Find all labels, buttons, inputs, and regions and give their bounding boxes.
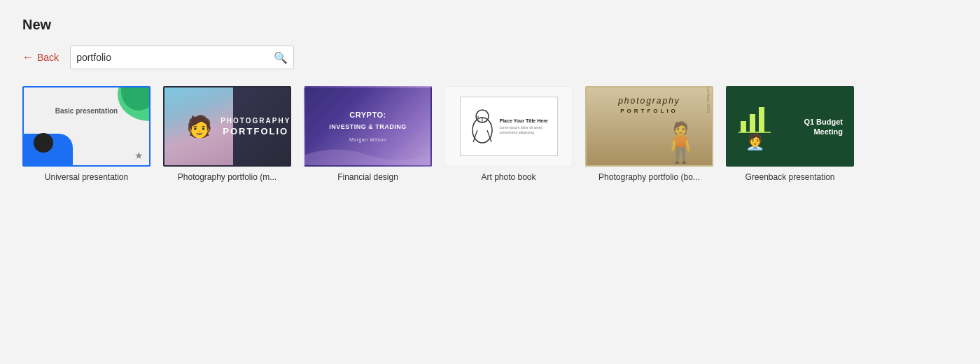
template-item-financial[interactable]: CRYPTO: INVESTING & TRADING Morgan Wilso… xyxy=(304,86,432,182)
search-row: ← Back 🔍 xyxy=(22,46,958,69)
template-thumb-artbook: Place Your Title Here Lorem ipsum dolor … xyxy=(444,86,573,167)
template-thumb-photo-portfolio-m: 🧑 PHOTOGRAPHY PORTFOLIO xyxy=(163,86,291,167)
templates-grid: Basic presentation ★ Universal presentat… xyxy=(22,86,958,182)
vertical-text: portfolio 2024 xyxy=(706,88,710,165)
template-item-photo-portfolio-bo[interactable]: 🧍 photography PORTFOLIO portfolio 2024 P… xyxy=(585,86,713,182)
chart-icon xyxy=(737,102,772,136)
photography-text: PHOTOGRAPHY xyxy=(220,117,290,125)
svg-rect-10 xyxy=(759,107,764,132)
crypto-author: Morgan Wilson xyxy=(329,136,407,144)
template-thumb-universal: Basic presentation ★ xyxy=(22,86,150,167)
search-button[interactable]: 🔍 xyxy=(274,51,288,64)
template-item-photo-portfolio-m[interactable]: 🧑 PHOTOGRAPHY PORTFOLIO Photography port… xyxy=(163,86,291,182)
artbook-title: Place Your Title Here xyxy=(500,118,553,123)
greenback-text-area: Q1 Budget Meeting xyxy=(804,117,843,135)
photo2-title: photography xyxy=(587,96,712,106)
artbook-bird-icon xyxy=(465,102,500,151)
photo-text-overlay: PHOTOGRAPHY PORTFOLIO xyxy=(225,88,288,165)
back-arrow-icon: ← xyxy=(22,51,34,64)
template-label-artbook: Art photo book xyxy=(481,172,536,182)
search-input[interactable] xyxy=(76,52,274,63)
new-page: New ← Back 🔍 Basic presentation xyxy=(0,0,980,199)
svg-rect-8 xyxy=(741,121,746,132)
back-button[interactable]: ← Back xyxy=(22,51,59,64)
bird-illustration xyxy=(465,106,500,148)
template-label-greenback: Greenback presentation xyxy=(745,172,834,182)
template-thumb-photo-portfolio-bo: 🧍 photography PORTFOLIO portfolio 2024 xyxy=(585,86,713,167)
dark-circle xyxy=(34,133,53,153)
svg-rect-9 xyxy=(750,114,755,132)
photo2-text-area: photography PORTFOLIO xyxy=(587,96,712,114)
template-thumb-financial: CRYPTO: INVESTING & TRADING Morgan Wilso… xyxy=(304,86,432,167)
wave-decoration-icon xyxy=(305,144,430,165)
pin-icon: ★ xyxy=(134,150,144,161)
crypto-line1: CRYPTO: xyxy=(329,109,407,122)
person-icon: 🧑‍💼 xyxy=(746,133,764,151)
greenback-icon-area: 🧑‍💼 xyxy=(737,102,772,151)
teal-shape-icon xyxy=(97,88,149,130)
financial-text: CRYPTO: INVESTING & TRADING Morgan Wilso… xyxy=(329,109,407,144)
page-title: New xyxy=(22,17,958,33)
photo-portfolio-bg: 🧑 PHOTOGRAPHY PORTFOLIO xyxy=(164,88,290,165)
artbook-subtitle: Lorem ipsum dolor sit amet, consectetur … xyxy=(500,125,553,135)
search-icon: 🔍 xyxy=(274,51,288,64)
template-label-universal: Universal presentation xyxy=(45,172,128,182)
artbook-frame: Place Your Title Here Lorem ipsum dolor … xyxy=(460,97,558,156)
person-silhouette-icon: 🧍 xyxy=(657,120,705,165)
template-item-universal[interactable]: Basic presentation ★ Universal presentat… xyxy=(22,86,150,182)
greenback-line1: Q1 Budget xyxy=(804,117,843,127)
greenback-line2: Meeting xyxy=(804,127,843,136)
back-label: Back xyxy=(37,52,59,63)
template-item-artbook[interactable]: Place Your Title Here Lorem ipsum dolor … xyxy=(444,86,573,182)
artbook-text-col: Place Your Title Here Lorem ipsum dolor … xyxy=(500,118,553,135)
template-label-photo-portfolio-m: Photography portfolio (m... xyxy=(178,172,276,182)
template-item-greenback[interactable]: 🧑‍💼 Q1 Budget Meeting Greenback presenta… xyxy=(726,86,854,182)
template-label-financial: Financial design xyxy=(337,172,398,182)
template-label-photo-portfolio-bo: Photography portfolio (bo... xyxy=(598,172,700,182)
template-thumb-greenback: 🧑‍💼 Q1 Budget Meeting xyxy=(726,86,854,167)
search-box: 🔍 xyxy=(70,46,294,69)
portfolio-text: PORTFOLIO xyxy=(223,126,288,136)
photo2-subtitle: PORTFOLIO xyxy=(587,108,712,114)
crypto-line2: INVESTING & TRADING xyxy=(329,122,407,132)
